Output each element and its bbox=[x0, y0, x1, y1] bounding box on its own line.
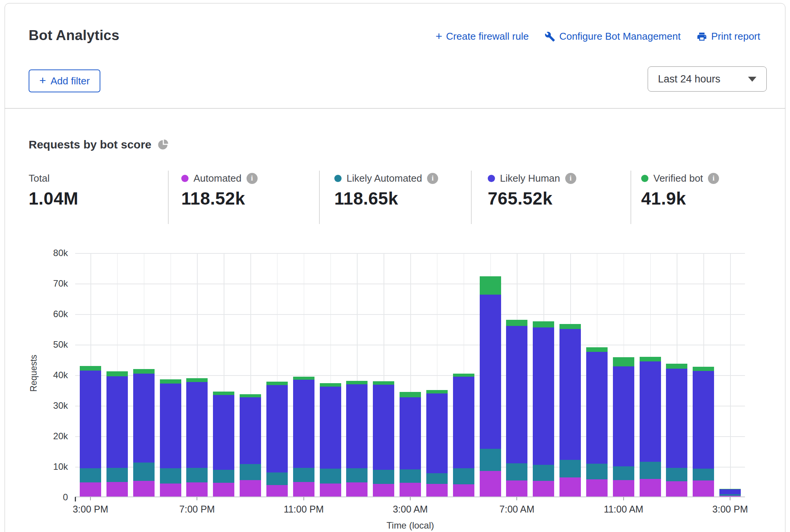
stacked-bar-300pm bbox=[719, 489, 741, 497]
bar-segment-likely-human bbox=[106, 376, 128, 468]
bar-segment-automated bbox=[240, 480, 261, 497]
bar-segment-likely-automated bbox=[240, 464, 261, 480]
bar-segment-automated bbox=[533, 481, 554, 497]
bar-segment-likely-automated bbox=[266, 472, 288, 485]
stacked-bar-300pm bbox=[80, 366, 101, 497]
stat-automated-value: 118.52k bbox=[181, 188, 258, 209]
bar-segment-automated bbox=[373, 484, 394, 497]
info-icon[interactable]: i bbox=[565, 173, 576, 184]
bar-segment-likely-automated bbox=[506, 463, 527, 480]
bar-segment-likely-human bbox=[400, 397, 421, 469]
bar-segment-likely-human bbox=[426, 393, 448, 474]
print-report-link[interactable]: Print report bbox=[696, 31, 760, 42]
x-tick-mark bbox=[623, 497, 624, 500]
stat-total: Total 1.04M bbox=[29, 172, 78, 209]
y-tick-label: 70k bbox=[34, 278, 68, 289]
bar-segment-verified-bot bbox=[133, 369, 155, 374]
bar-segment-likely-human bbox=[586, 352, 608, 464]
stacked-bar-1100am bbox=[613, 357, 634, 497]
x-tick-label: 7:00 AM bbox=[500, 504, 535, 515]
header-divider bbox=[5, 108, 785, 109]
x-tick-mark bbox=[730, 497, 730, 500]
info-icon[interactable]: i bbox=[247, 173, 258, 184]
stat-likely-automated-label: Likely Automated bbox=[347, 172, 422, 184]
x-tick-label: 11:00 PM bbox=[284, 504, 324, 515]
stacked-bar-600am bbox=[480, 276, 501, 497]
bar-segment-likely-automated bbox=[400, 469, 421, 483]
v-gridline bbox=[730, 253, 731, 497]
y-tick-label: 30k bbox=[34, 400, 68, 411]
plus-icon: + bbox=[39, 75, 46, 86]
wrench-icon bbox=[545, 31, 555, 42]
x-tick-label: 11:00 AM bbox=[604, 504, 643, 515]
bar-segment-likely-human bbox=[719, 489, 741, 495]
bar-segment-automated bbox=[666, 481, 687, 497]
y-tick-label: 40k bbox=[34, 370, 68, 380]
time-range-dropdown[interactable]: Last 24 hours bbox=[648, 66, 767, 92]
bar-segment-likely-automated bbox=[106, 468, 128, 482]
bar-segment-verified-bot bbox=[533, 321, 554, 327]
section-title-text: Requests by bot score bbox=[29, 138, 152, 151]
stat-divider bbox=[471, 171, 472, 224]
stacked-bar-600pm bbox=[160, 379, 181, 497]
create-firewall-rule-label: Create firewall rule bbox=[446, 31, 529, 42]
bar-segment-likely-human bbox=[506, 326, 527, 463]
bar-segment-likely-human bbox=[80, 371, 101, 469]
info-icon[interactable]: i bbox=[708, 173, 719, 184]
stacked-bar-400pm bbox=[106, 371, 128, 497]
bar-segment-likely-automated bbox=[480, 449, 501, 471]
pie-chart-icon bbox=[158, 139, 169, 150]
print-report-label: Print report bbox=[711, 31, 760, 42]
header-actions: + Create firewall rule Configure Bot Man… bbox=[435, 31, 760, 42]
bar-segment-verified-bot bbox=[480, 276, 501, 295]
stacked-bar-100pm bbox=[666, 364, 687, 497]
bar-segment-likely-automated bbox=[133, 463, 155, 481]
info-icon[interactable]: i bbox=[427, 173, 438, 184]
x-tick-mark bbox=[197, 497, 197, 500]
bar-segment-likely-human bbox=[266, 385, 288, 472]
configure-bot-management-link[interactable]: Configure Bot Management bbox=[545, 31, 680, 42]
y-tick-label: 80k bbox=[34, 248, 68, 258]
stacked-bar-700am bbox=[506, 320, 527, 497]
bar-segment-verified-bot bbox=[293, 377, 314, 380]
bar-segment-likely-automated bbox=[453, 468, 474, 484]
stat-verified-bot-label: Verified bot bbox=[653, 172, 703, 184]
bar-segment-likely-human bbox=[480, 295, 501, 449]
stat-total-value: 1.04M bbox=[29, 188, 78, 209]
bar-segment-likely-human bbox=[186, 382, 208, 468]
bar-segment-verified-bot bbox=[693, 367, 714, 371]
bar-segment-likely-automated bbox=[533, 465, 554, 481]
stacked-bar-200pm bbox=[693, 367, 714, 497]
stat-automated: Automated i 118.52k bbox=[181, 172, 258, 209]
bar-segment-verified-bot bbox=[559, 324, 581, 329]
stat-likely-automated: Likely Automated i 118.65k bbox=[334, 172, 438, 209]
add-filter-button[interactable]: + Add filter bbox=[29, 69, 100, 92]
bar-segment-likely-human bbox=[373, 385, 394, 470]
bar-segment-automated bbox=[453, 484, 474, 497]
bar-segment-verified-bot bbox=[186, 378, 208, 382]
bar-segment-automated bbox=[400, 483, 421, 497]
bar-segment-likely-human bbox=[666, 369, 687, 468]
x-tick-mark bbox=[90, 497, 91, 500]
bar-segment-verified-bot bbox=[586, 347, 608, 352]
bar-segment-likely-human bbox=[346, 384, 368, 469]
stacked-bar-100am bbox=[346, 381, 368, 497]
bar-segment-likely-human bbox=[453, 377, 474, 469]
bar-segment-automated bbox=[613, 480, 634, 497]
configure-bot-management-label: Configure Bot Management bbox=[559, 31, 680, 42]
bar-segment-likely-automated bbox=[293, 468, 314, 482]
x-tick-mark bbox=[410, 497, 411, 500]
bar-segment-likely-human bbox=[293, 380, 314, 468]
bar-segment-likely-human bbox=[559, 329, 581, 460]
stat-divider bbox=[168, 171, 169, 224]
bar-segment-automated bbox=[640, 479, 661, 497]
bar-segment-likely-automated bbox=[373, 470, 394, 484]
y-tick-label: 20k bbox=[34, 431, 68, 442]
stacked-bar-500pm bbox=[133, 369, 155, 497]
stat-divider bbox=[319, 171, 320, 224]
bar-segment-verified-bot bbox=[346, 381, 368, 384]
create-firewall-rule-link[interactable]: + Create firewall rule bbox=[435, 31, 529, 42]
bar-segment-automated bbox=[693, 480, 714, 497]
x-tick-label: 3:00 PM bbox=[73, 504, 108, 515]
section-title: Requests by bot score bbox=[29, 138, 169, 151]
